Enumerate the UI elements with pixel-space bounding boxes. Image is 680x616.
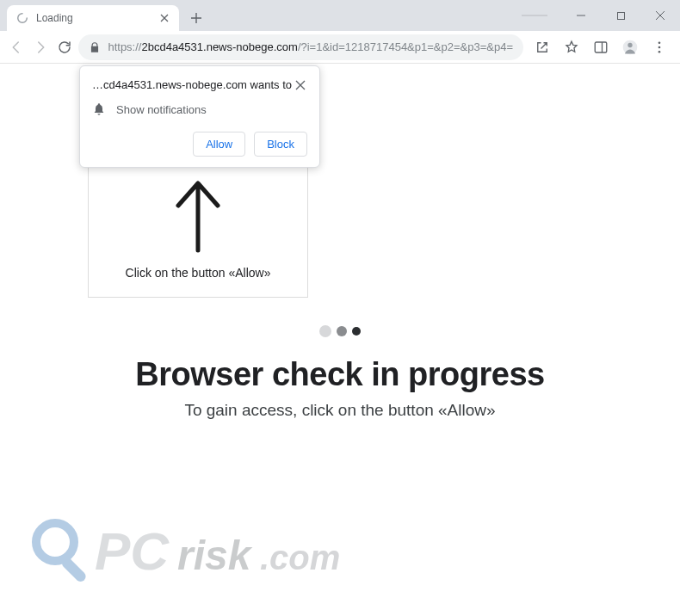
share-icon[interactable] [529,34,556,60]
svg-text:PC: PC [95,521,170,581]
svg-point-3 [627,42,632,46]
window-controls [520,0,680,31]
tab-close-icon[interactable] [158,12,170,24]
hint-text: Click on the button «Allow» [97,266,299,280]
dot-icon [352,327,361,336]
side-panel-icon[interactable] [587,34,615,60]
notification-permission-prompt: …cd4a4531.news-nobege.com wants to Show … [79,65,320,168]
loading-spinner-icon [15,11,29,25]
loading-dots [319,325,361,337]
page-subline: To gain access, click on the button «All… [0,401,680,420]
notification-close-icon[interactable] [294,78,307,92]
lock-icon [89,41,101,53]
window-minimize-button[interactable] [561,3,601,28]
svg-point-4 [658,41,661,44]
svg-text:.com: .com [260,539,340,576]
dot-icon [337,326,347,336]
url-path: /?i=1&id=1218717454&p1=&p2=&p3=&p4= [298,40,513,53]
window-maximize-button[interactable] [601,3,640,28]
watermark-logo: PC risk .com [26,509,387,595]
arrow-up-icon [168,178,228,254]
svg-rect-1 [595,42,607,52]
window-titlebar: Loading [0,0,680,31]
svg-point-5 [658,46,661,48]
svg-point-6 [658,50,661,52]
svg-rect-8 [60,556,89,584]
notification-permission-label: Show notifications [116,103,207,116]
url-host: 2bcd4a4531.news-nobege.com [141,40,297,53]
dot-icon [319,325,331,337]
url-protocol: https:// [108,40,141,53]
page-headline: Browser check in progress [0,356,680,393]
page-content: …cd4a4531.news-nobege.com wants to Show … [0,64,680,616]
allow-hint-card: Click on the button «Allow» [88,158,308,298]
address-bar[interactable]: https://2bcd4a4531.news-nobege.com/?i=1&… [78,34,523,60]
bookmark-star-icon[interactable] [558,34,585,60]
nav-forward-button[interactable] [31,34,50,60]
toolbar-right-icons [529,34,673,60]
browser-toolbar: https://2bcd4a4531.news-nobege.com/?i=1&… [0,31,680,64]
nav-back-button[interactable] [7,34,26,60]
bell-icon [92,102,106,116]
block-button[interactable]: Block [254,132,307,157]
kebab-menu-icon[interactable] [646,34,673,60]
url-text: https://2bcd4a4531.news-nobege.com/?i=1&… [108,40,513,53]
new-tab-button[interactable] [184,6,208,30]
window-close-button[interactable] [640,3,680,28]
svg-point-7 [36,523,74,561]
nav-reload-button[interactable] [55,34,74,60]
allow-button[interactable]: Allow [193,132,245,157]
svg-rect-0 [617,12,624,19]
svg-text:risk: risk [177,533,253,578]
browser-tab[interactable]: Loading [7,5,179,31]
profile-avatar-icon[interactable] [616,34,644,60]
tab-title: Loading [36,12,151,24]
notification-origin-text: …cd4a4531.news-nobege.com wants to [92,78,292,91]
window-drag-handle-icon [520,6,549,25]
